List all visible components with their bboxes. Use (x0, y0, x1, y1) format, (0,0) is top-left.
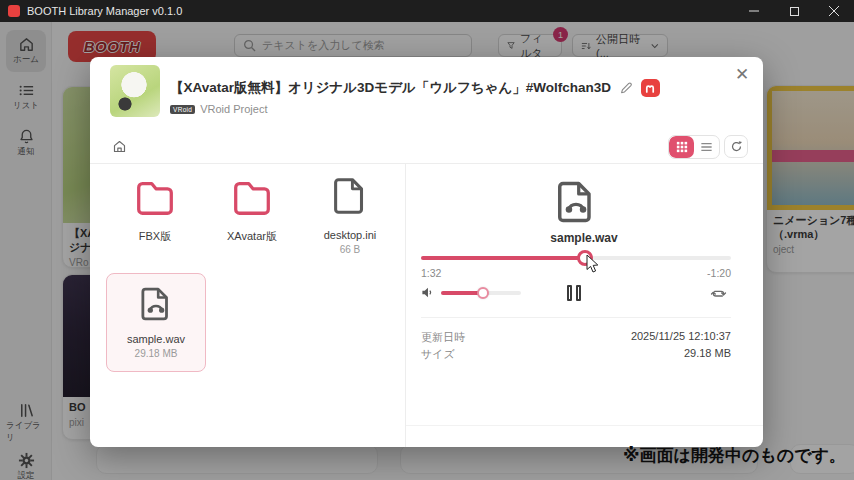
file-name: FBX版 (109, 229, 201, 244)
file-item-audio-selected[interactable]: sample.wav 29.18 MB (106, 273, 206, 372)
volume-icon[interactable] (421, 286, 434, 299)
shop-name: VRoid Project (200, 103, 267, 115)
list-view-button[interactable] (694, 136, 719, 158)
edit-icon[interactable] (619, 81, 633, 95)
view-toggle (668, 135, 720, 159)
breadcrumb-home-icon[interactable] (112, 139, 127, 158)
app-icon (8, 5, 20, 17)
window-title: BOOTH Library Manager v0.1.0 (27, 5, 182, 17)
metadata-value: 2025/11/25 12:10:37 (631, 330, 731, 345)
metadata-row: サイズ 29.18 MB (421, 347, 731, 362)
seek-bar[interactable] (421, 256, 731, 260)
metadata-value: 29.18 MB (684, 347, 731, 362)
file-size: 66 B (304, 244, 396, 255)
minimize-button[interactable] (734, 0, 774, 22)
app-window: ホーム リスト 通知 ライブラリ 設定 BOOTH テキストを入力して検索 フィ… (0, 0, 854, 480)
seek-progress (421, 256, 585, 260)
pause-button[interactable] (567, 285, 581, 301)
loop-button[interactable] (710, 285, 727, 306)
refresh-button[interactable] (724, 135, 748, 158)
booth-link-icon[interactable] (641, 79, 660, 97)
item-title: 【XAvatar版無料】オリジナル3Dモデル「ウルフちゃん」#Wolfchan3… (170, 79, 611, 97)
metadata-label: サイズ (421, 347, 455, 362)
grid-icon (676, 141, 688, 153)
file-item-folder[interactable]: FBX版 (109, 173, 201, 244)
folder-icon (132, 173, 178, 219)
file-name: XAvatar版 (206, 229, 298, 244)
file-name: desktop.ini (304, 229, 396, 241)
close-window-button[interactable] (814, 0, 854, 22)
metadata-row: 更新日時 2025/11/25 12:10:37 (421, 330, 731, 345)
repeat-icon (710, 285, 727, 302)
divider (406, 425, 763, 426)
volume-slider[interactable] (441, 291, 521, 295)
file-item-file[interactable]: desktop.ini 66 B (304, 173, 396, 255)
refresh-icon (730, 140, 743, 153)
shop-badge: VRoid (170, 105, 195, 114)
remaining-time: -1:20 (421, 267, 731, 279)
volume-handle[interactable] (477, 287, 489, 299)
item-thumbnail (110, 65, 160, 117)
list-view-icon (700, 141, 713, 153)
metadata-label: 更新日時 (421, 330, 465, 345)
divider (421, 317, 731, 318)
file-item-folder[interactable]: XAvatar版 (206, 173, 298, 244)
divider (90, 163, 763, 164)
pause-icon (567, 285, 572, 301)
grid-view-button[interactable] (669, 136, 694, 158)
item-detail-modal: ✕ 【XAvatar版無料】オリジナル3Dモデル「ウルフちゃん」#Wolfcha… (90, 57, 763, 447)
file-name: sample.wav (107, 333, 205, 345)
file-size: 29.18 MB (107, 348, 205, 359)
mouse-cursor (586, 255, 601, 279)
divider (405, 164, 406, 447)
dev-caption: ※画面は開発中のものです。 (623, 444, 846, 467)
close-icon[interactable]: ✕ (731, 63, 753, 85)
titlebar: BOOTH Library Manager v0.1.0 (0, 0, 854, 22)
maximize-button[interactable] (774, 0, 814, 22)
file-icon (327, 173, 373, 219)
player-file-name: sample.wav (425, 231, 743, 245)
audio-file-icon-large (550, 176, 602, 232)
audio-file-icon (135, 283, 177, 325)
folder-icon (229, 173, 275, 219)
